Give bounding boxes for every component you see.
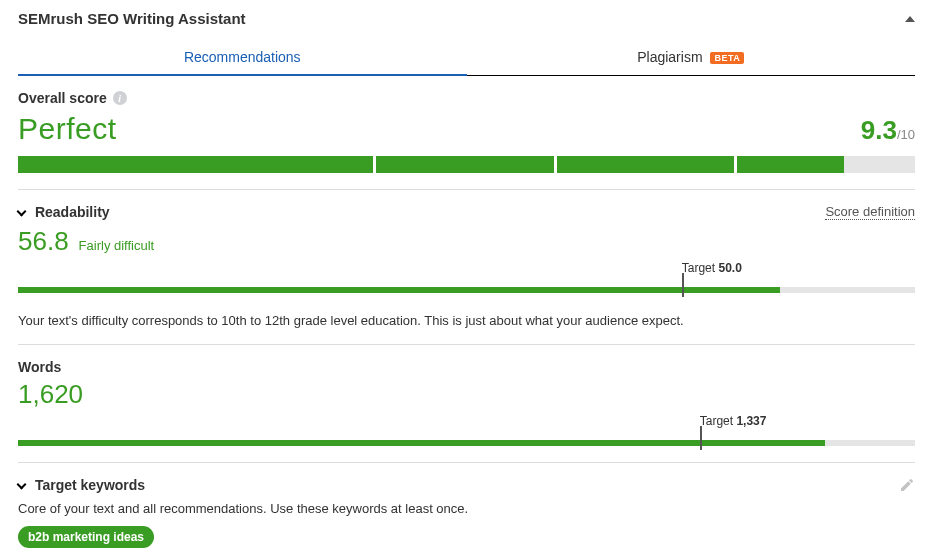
words-bar: Target 1,337 [18, 440, 915, 446]
score-segment [557, 156, 735, 173]
tab-recommendations[interactable]: Recommendations [18, 37, 467, 75]
chevron-down-icon [17, 480, 27, 490]
readability-level: Fairly difficult [79, 238, 155, 253]
target-marker [682, 273, 684, 297]
tab-plagiarism[interactable]: Plagiarism BETA [467, 37, 916, 75]
words-count: 1,620 [18, 379, 915, 410]
readability-explain: Your text's difficulty corresponds to 10… [18, 313, 915, 328]
keyword-pill[interactable]: b2b marketing ideas [18, 526, 154, 548]
info-icon[interactable]: i [113, 91, 127, 105]
target-label: Target 1,337 [700, 414, 767, 428]
score-segment [737, 156, 915, 173]
score-segment [18, 156, 373, 173]
beta-badge: BETA [710, 52, 744, 64]
readability-toggle[interactable]: Readability [18, 204, 110, 220]
overall-score-section: Overall score i Perfect 9.3/10 [18, 76, 915, 190]
panel-header: SEMrush SEO Writing Assistant [0, 0, 933, 37]
overall-score-value: 9.3/10 [861, 115, 915, 146]
edit-icon[interactable] [899, 477, 915, 493]
readability-score: 56.8 [18, 226, 69, 257]
score-segment [376, 156, 554, 173]
panel-title: SEMrush SEO Writing Assistant [18, 10, 246, 27]
keywords-toggle[interactable]: Target keywords [18, 477, 145, 493]
readability-bar: Target 50.0 [18, 287, 915, 293]
overall-score-label: Overall score i [18, 90, 127, 106]
overall-score-word: Perfect [18, 112, 117, 146]
score-definition-link[interactable]: Score definition [825, 204, 915, 220]
target-label: Target 50.0 [682, 261, 742, 275]
words-label: Words [18, 359, 915, 375]
keywords-section: Target keywords Core of your text and al… [18, 463, 915, 556]
words-fill [18, 440, 825, 446]
tab-label: Plagiarism [637, 49, 702, 65]
readability-fill [18, 287, 780, 293]
keywords-desc: Core of your text and all recommendation… [18, 501, 915, 516]
collapse-icon[interactable] [905, 16, 915, 22]
tab-label: Recommendations [184, 49, 301, 65]
overall-score-bar [18, 156, 915, 173]
chevron-down-icon [17, 207, 27, 217]
target-marker [700, 426, 702, 450]
readability-section: Readability Score definition 56.8 Fairly… [18, 190, 915, 345]
words-section: Words 1,620 Target 1,337 [18, 345, 915, 463]
tab-bar: Recommendations Plagiarism BETA [18, 37, 915, 76]
